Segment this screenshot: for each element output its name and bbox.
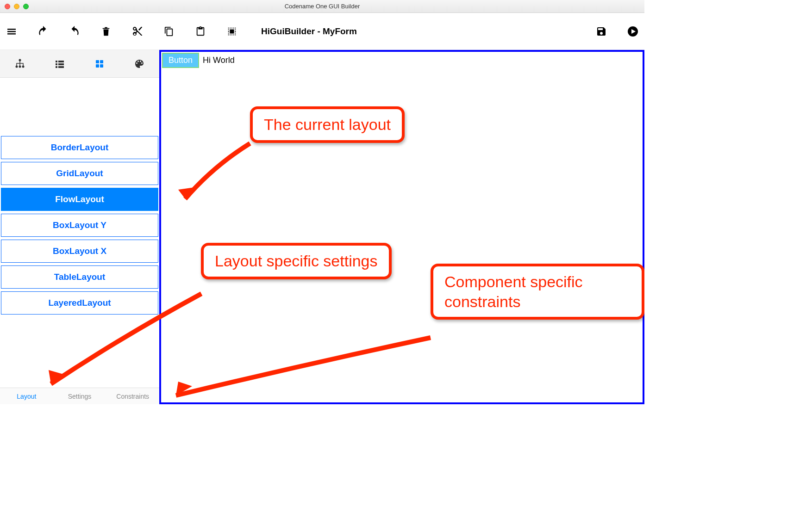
svg-rect-14: [100, 64, 103, 68]
scissors-icon: [132, 26, 143, 37]
titlebar: Codename One GUI Builder: [0, 0, 644, 13]
arrow-icon: [162, 324, 440, 402]
svg-rect-5: [56, 61, 57, 62]
undo-icon: [37, 25, 49, 37]
svg-point-2: [16, 65, 18, 68]
tree-tab[interactable]: [9, 56, 31, 72]
select-all-button[interactable]: [225, 25, 239, 38]
layout-option-table[interactable]: TableLayout: [1, 265, 158, 289]
layout-option-boxx[interactable]: BoxLayout X: [1, 240, 158, 263]
sidebar-mode-tabs: [0, 50, 159, 78]
copy-icon: [164, 26, 174, 37]
cut-button[interactable]: [131, 25, 144, 38]
grid-tab[interactable]: [88, 56, 111, 72]
hamburger-icon: [6, 26, 17, 37]
svg-point-4: [22, 65, 25, 68]
selection-icon: [227, 26, 237, 37]
grid-icon: [94, 58, 105, 69]
svg-rect-6: [58, 61, 64, 62]
save-button[interactable]: [594, 25, 608, 38]
redo-button[interactable]: [68, 25, 81, 38]
layout-option-boxy[interactable]: BoxLayout Y: [1, 214, 158, 237]
list-tab[interactable]: [49, 56, 71, 72]
svg-rect-12: [100, 60, 103, 63]
svg-point-1: [19, 59, 21, 61]
label-component[interactable]: Hi World: [203, 56, 235, 65]
tree-icon: [14, 58, 25, 69]
annotation-layout-settings: Layout specific settings: [201, 243, 392, 279]
svg-rect-10: [58, 66, 64, 68]
run-button[interactable]: [626, 25, 640, 38]
svg-rect-11: [96, 60, 99, 63]
svg-rect-13: [96, 64, 99, 68]
clipboard-icon: [195, 26, 206, 37]
annotation-current-layout: The current layout: [250, 106, 405, 143]
layout-option-flow[interactable]: FlowLayout: [1, 188, 158, 211]
arrow-icon: [167, 139, 259, 208]
redo-icon: [69, 25, 81, 37]
list-icon: [54, 58, 65, 69]
palette-icon: [134, 58, 145, 69]
svg-rect-8: [58, 63, 64, 65]
trash-icon: [101, 26, 111, 37]
delete-button[interactable]: [99, 25, 113, 38]
save-icon: [596, 26, 607, 37]
form-content: Button Hi World: [161, 52, 643, 69]
copy-button[interactable]: [162, 25, 176, 38]
paste-button[interactable]: [194, 25, 207, 38]
play-icon: [627, 26, 638, 37]
button-component[interactable]: Button: [162, 53, 199, 68]
svg-point-3: [19, 65, 21, 68]
toolbar: HiGuiBuilder - MyForm: [0, 13, 644, 50]
theme-tab[interactable]: [128, 56, 150, 72]
document-title: HiGuiBuilder - MyForm: [261, 26, 357, 37]
undo-button[interactable]: [36, 25, 50, 38]
menu-button[interactable]: [5, 25, 19, 38]
layout-option-grid[interactable]: GridLayout: [1, 162, 158, 185]
layout-option-border[interactable]: BorderLayout: [1, 136, 158, 159]
svg-rect-9: [56, 66, 57, 68]
svg-rect-7: [56, 63, 57, 65]
annotation-component-constraints: Component specific constraints: [431, 264, 644, 320]
window-title: Codename One GUI Builder: [0, 3, 644, 10]
